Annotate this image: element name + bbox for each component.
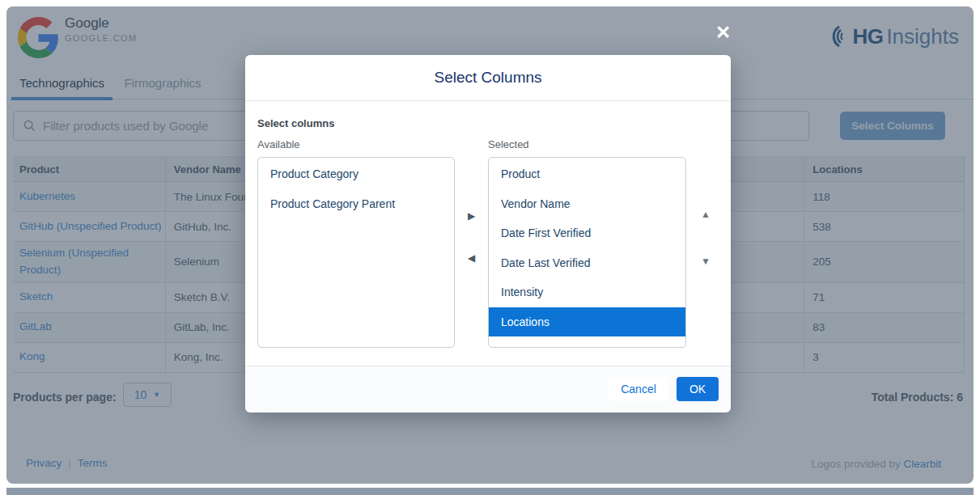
page: Google GOOGLE.COM HGInsights Technograph…: [0, 0, 980, 495]
move-up-icon[interactable]: ▲: [701, 209, 711, 220]
order-arrows: ▲ ▼: [698, 157, 719, 348]
available-label: Available: [257, 138, 300, 150]
selected-item[interactable]: Date First Verified: [489, 218, 685, 248]
bottom-strip: [6, 488, 974, 495]
modal-body: Select columns Available Selected Produc…: [245, 101, 731, 366]
modal-title: Select Columns: [434, 69, 541, 87]
modal-header: Select Columns: [245, 55, 731, 101]
available-listbox: Product CategoryProduct Category Parent: [257, 157, 455, 348]
selected-item[interactable]: Product: [489, 159, 685, 189]
selected-item[interactable]: Date Last Verified: [489, 248, 685, 278]
selected-item[interactable]: Intensity: [489, 277, 685, 307]
modal-footer: Cancel OK: [245, 366, 731, 412]
close-icon[interactable]: ✕: [715, 23, 731, 42]
selected-item[interactable]: Vendor Name: [489, 189, 685, 219]
ok-button[interactable]: OK: [677, 377, 719, 401]
available-item[interactable]: Product Category Parent: [258, 189, 454, 219]
move-right-icon[interactable]: ▶: [468, 210, 475, 222]
section-label: Select columns: [257, 117, 334, 129]
selected-listbox: ProductVendor NameDate First VerifiedDat…: [488, 157, 686, 348]
transfer-arrows: ▶ ◀: [463, 157, 484, 348]
move-down-icon[interactable]: ▼: [701, 256, 711, 267]
select-columns-modal: Select Columns Select columns Available …: [245, 55, 731, 412]
cancel-button[interactable]: Cancel: [609, 377, 668, 401]
available-item[interactable]: Product Category: [258, 159, 454, 189]
selected-label: Selected: [488, 138, 529, 150]
move-left-icon[interactable]: ◀: [468, 252, 475, 264]
selected-item[interactable]: Locations: [489, 307, 685, 337]
